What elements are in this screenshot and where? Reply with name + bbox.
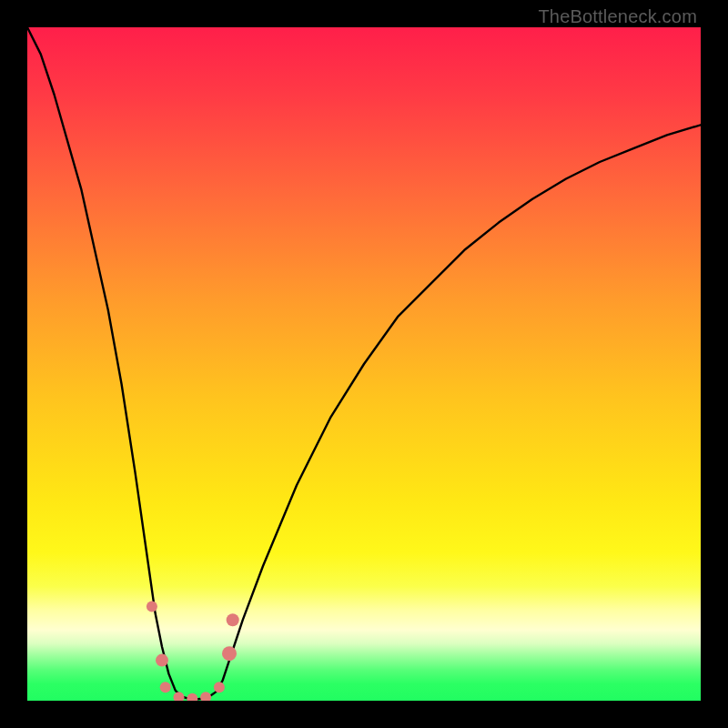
curve-marker [174, 692, 185, 701]
watermark-text: TheBottleneck.com [538, 6, 697, 27]
plot-area [27, 27, 701, 701]
curve-marker [214, 682, 225, 693]
curve-marker [160, 682, 171, 693]
curve-marker [187, 693, 197, 701]
bottleneck-curve [27, 27, 701, 700]
chart-curve-layer [27, 27, 701, 701]
curve-marker [222, 646, 237, 661]
curve-marker [147, 601, 157, 612]
curve-marker [227, 613, 239, 626]
curve-marker [200, 692, 211, 701]
chart-frame: TheBottleneck.com [0, 0, 728, 728]
curve-marker [156, 654, 168, 667]
